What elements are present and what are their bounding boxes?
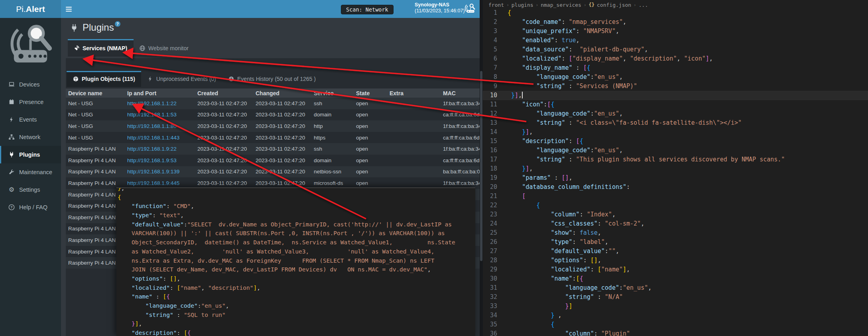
sidebar-item-label: Presence [19, 99, 43, 105]
bolt-icon [147, 76, 154, 82]
table-row[interactable]: Net - USGhttp://192.168.1.1:532023-03-11… [66, 109, 480, 121]
breadcrumb-item[interactable]: nmap_services [541, 2, 581, 8]
line-number: 36 [483, 329, 497, 336]
subtab-unprocessed-events-0[interactable]: Unprocessed Events (0) [141, 71, 222, 87]
table-row[interactable]: Net - USGhttp://192.168.1.1:802023-03-11… [66, 120, 480, 132]
column-header-created[interactable]: Created [195, 90, 253, 96]
tab-website-monitor[interactable]: Website monitor [134, 40, 195, 57]
menu-toggle-icon[interactable] [66, 6, 73, 12]
line-number: 33 [483, 302, 497, 311]
sidebar-item-presence[interactable]: Presence [0, 93, 61, 111]
brand-prefix: Pi. [16, 4, 26, 14]
sidebar-item-events[interactable]: Events [0, 111, 61, 128]
question-icon: ? [7, 204, 16, 210]
state-cell: open [354, 135, 387, 141]
editor-line: 21 [ [483, 192, 868, 201]
table-row[interactable]: Net - USGhttp://192.168.1.1:4432023-03-1… [66, 132, 480, 143]
code-editor[interactable]: front›plugins›nmap_services›{}config.jso… [483, 0, 868, 336]
editor-line: 23 "column": "Index", [483, 210, 868, 219]
editor-line: 3 "unique_prefix": "NMAPSRV", [483, 27, 868, 36]
editor-line: 34 } , [483, 311, 868, 320]
sidebar-item-help-faq[interactable]: ?Help / FAQ [0, 198, 61, 216]
editor-line: 17 "string" : "This plugin shows all ser… [483, 155, 868, 164]
app-scrollbar[interactable] [480, 0, 483, 336]
sidebar-item-maintenance[interactable]: Maintenance [0, 163, 61, 181]
editor-line: 31 "language_code":"en_us", [483, 283, 868, 293]
tab-label: Website monitor [148, 45, 189, 51]
table-header-row: Device nameIp and PortCreatedChangedServ… [66, 88, 480, 98]
subtab-events-history-50-out-of-1265[interactable]: Events History (50 out of 1265 ) [222, 71, 322, 87]
table-row[interactable]: Net - USGhttp://192.168.1.1:222023-03-11… [66, 98, 480, 109]
line-number: 25 [483, 228, 497, 238]
app-logo[interactable]: Pi.Alert [0, 0, 61, 18]
line-number: 34 [483, 311, 497, 320]
editor-line: 24 "css_classes": "col-sm-2", [483, 219, 868, 228]
ip-port-link[interactable]: http://192.168.1.9:445 [125, 180, 195, 186]
sql-overlay-line: "options": [], [116, 274, 475, 283]
ip-port-link[interactable]: http://192.168.1.9:53 [125, 157, 195, 163]
clock-icon [228, 76, 234, 82]
tab-services-nmap[interactable]: Services (NMAP) [68, 40, 134, 57]
editor-line: 29 "localized": ["name"], [483, 265, 868, 274]
plug-icon [7, 151, 16, 158]
sidebar-item-label: Maintenance [19, 169, 52, 175]
app-scrollbar-thumb[interactable] [480, 71, 482, 261]
breadcrumb-item[interactable]: front [488, 2, 504, 8]
sql-overlay-code: },{ "function": "CMD", "type": "text", "… [116, 187, 475, 336]
plug-icon [70, 23, 79, 33]
sql-config-overlay[interactable]: },{ "function": "CMD", "type": "text", "… [116, 187, 475, 336]
column-header-changed[interactable]: Changed [253, 90, 311, 96]
table-row[interactable]: Raspberry Pi 4 LANhttp://192.168.1.9:139… [66, 166, 480, 178]
breadcrumb-item[interactable]: plugins [512, 2, 533, 8]
editor-line: 5 "data_source": "pialert-db-query", [483, 45, 868, 54]
column-header-ip-and-port[interactable]: Ip and Port [125, 90, 195, 96]
satellite-dish-icon [73, 45, 80, 51]
ip-port-link[interactable]: http://192.168.1.9:22 [125, 146, 195, 152]
sidebar-item-settings[interactable]: ⚙Settings [0, 181, 61, 198]
ip-port-link[interactable]: http://192.168.1.9:139 [125, 169, 195, 175]
column-header-device-name[interactable]: Device name [66, 90, 125, 96]
editor-line: 25 "show": false, [483, 228, 868, 238]
editor-line: 35 { [483, 320, 868, 329]
line-number: 27 [483, 247, 497, 256]
service-cell: http [311, 123, 354, 129]
sidebar-item-network[interactable]: Network [0, 128, 61, 146]
line-number: 4 [483, 36, 497, 45]
ip-port-link[interactable]: http://192.168.1.1:22 [125, 100, 195, 106]
sidebar-item-plugins[interactable]: Plugins [0, 146, 61, 163]
column-header-state[interactable]: State [354, 90, 387, 96]
editor-line: 18 }], [483, 164, 868, 173]
tab-label: Services (NMAP) [83, 45, 127, 51]
line-number: 26 [483, 238, 497, 247]
plugin-subtabs: Plugin Objects (115)Unprocessed Events (… [67, 71, 322, 87]
line-number: 17 [483, 155, 497, 164]
line-number: 24 [483, 219, 497, 228]
laptop-icon [7, 81, 16, 88]
ip-port-link[interactable]: http://192.168.1.1:53 [125, 112, 195, 118]
column-header-extra[interactable]: Extra [387, 90, 441, 96]
ip-port-link[interactable]: http://192.168.1.1:80 [125, 123, 195, 129]
ip-port-link[interactable]: http://192.168.1.1:443 [125, 135, 195, 141]
bolt-icon [7, 116, 16, 123]
breadcrumb-item[interactable]: ... [639, 2, 648, 8]
globe-icon [139, 45, 146, 51]
subtab-plugin-objects-115[interactable]: Plugin Objects (115) [67, 71, 141, 87]
table-row[interactable]: Raspberry Pi 4 LANhttp://192.168.1.9:222… [66, 143, 480, 155]
column-header-service[interactable]: Service [311, 90, 354, 96]
host-info: Synology-NAS (11/03/2023, 15:46:07) [415, 2, 465, 14]
line-number: 28 [483, 256, 497, 265]
device-name-cell: Raspberry Pi 4 LAN [66, 180, 125, 186]
editor-line: 19 "params" : [], [483, 173, 868, 183]
pialert-logo-large [6, 23, 55, 70]
sidebar-item-devices[interactable]: Devices [0, 76, 61, 93]
breadcrumb-separator: › [584, 2, 587, 8]
help-badge[interactable]: ? [115, 21, 120, 27]
device-name-cell: Raspberry Pi 4 LAN [66, 237, 125, 243]
device-name-cell: Raspberry Pi 4 LAN [66, 203, 125, 209]
breadcrumb-item[interactable]: config.json [597, 2, 631, 8]
table-row[interactable]: Raspberry Pi 4 LANhttp://192.168.1.9:532… [66, 155, 480, 166]
text-cursor [522, 92, 523, 98]
created-cell: 2023-03-11 02:47:20 [195, 180, 253, 186]
scan-status-badge: Scan: Network [341, 5, 394, 14]
state-cell: open [354, 169, 387, 175]
